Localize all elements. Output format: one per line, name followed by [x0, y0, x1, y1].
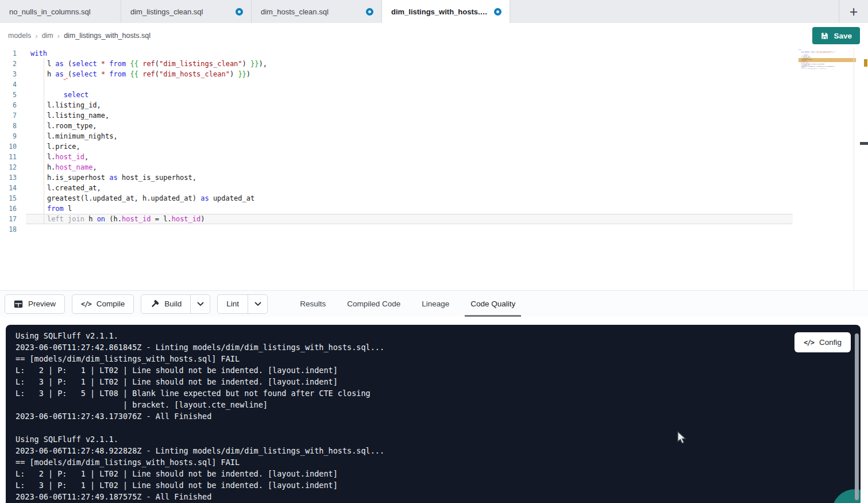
code-line[interactable]: 17 left join h on (h.host_id = l.host_id…: [0, 214, 868, 224]
panel-tab-code-quality[interactable]: Code Quality: [470, 291, 515, 317]
code-token: as: [109, 174, 117, 182]
code-token: l.created_at,: [30, 184, 101, 192]
panel-tab-compiled-code[interactable]: Compiled Code: [347, 291, 400, 317]
code-token: ): [833, 52, 834, 53]
code-text: l.room_type,: [26, 121, 793, 131]
line-number: 15: [0, 193, 26, 203]
line-number: 2: [0, 59, 26, 69]
scrollbar-position-marker: [860, 142, 868, 145]
code-line[interactable]: 9 l.minimum_nights,: [0, 131, 868, 141]
code-token: }}: [250, 60, 259, 68]
code-text: h as (select * from {{ ref("dim_hosts_cl…: [26, 69, 793, 79]
terminal-line: L: 3 | P: 1 | LT02 | Line should not be …: [16, 479, 861, 491]
breadcrumb: models›dim›dim_listings_with_hosts.sql: [8, 32, 151, 40]
code-token: l.listing_name,: [30, 112, 109, 120]
code-line[interactable]: 13 h.is_superhost as host_is_superhost,: [0, 172, 868, 183]
save-button[interactable]: Save: [812, 27, 860, 44]
code-line[interactable]: 6 l.listing_id,: [0, 100, 868, 110]
code-token: l: [30, 60, 55, 68]
code-token: as: [55, 60, 63, 68]
code-token: ref: [142, 70, 155, 78]
build-button[interactable]: Build: [141, 295, 190, 313]
code-line[interactable]: 11 l.host_id,: [0, 152, 868, 162]
line-number: 3: [0, 69, 26, 79]
code-line[interactable]: 15 greatest(l.updated_at, h.updated_at) …: [0, 193, 868, 203]
code-text: select: [26, 90, 793, 100]
code-line[interactable]: 5 select: [0, 90, 868, 100]
code-line[interactable]: 12 h.host_name,: [0, 162, 868, 172]
code-editor[interactable]: 1with2 l as (select * from {{ ref("dim_l…: [0, 48, 868, 290]
file-tab[interactable]: dim_hosts_clean.sql: [252, 0, 382, 23]
panel-tab-lineage[interactable]: Lineage: [422, 291, 449, 317]
breadcrumb-item[interactable]: models: [8, 32, 31, 40]
new-tab-button[interactable]: +: [839, 0, 868, 23]
hammer-icon: [150, 300, 159, 309]
code-line[interactable]: 18: [0, 224, 868, 235]
minimap-line: [798, 70, 856, 71]
line-number: 10: [0, 141, 26, 152]
lint-dropdown-button[interactable]: [248, 295, 267, 313]
code-token: (: [155, 60, 159, 68]
terminal-line: L: 3 | P: 5 | LT08 | Blank line expected…: [16, 387, 861, 399]
preview-button[interactable]: Preview: [5, 294, 65, 314]
terminal-output: Using SQLFluff v2.1.1.2023-06-06T11:27:4…: [6, 325, 861, 502]
code-token: "dim_listings_clean": [159, 60, 242, 68]
build-split-button: Build: [141, 294, 210, 314]
code-token: updated_at: [827, 66, 835, 67]
code-token: l.listing_id,: [30, 101, 101, 109]
code-line[interactable]: 2 l as (select * from {{ ref("dim_listin…: [0, 59, 868, 69]
minimap[interactable]: with l as (select * from {{ ref("dim_lis…: [798, 49, 856, 114]
code-line[interactable]: 4: [0, 79, 868, 90]
code-token: left join: [801, 68, 807, 70]
line-number: 13: [0, 172, 26, 183]
code-text: [26, 79, 793, 90]
breadcrumb-item[interactable]: dim: [42, 32, 53, 40]
file-tab-label: no_nulls_in_columns.sql: [9, 7, 91, 16]
code-brackets-icon: </>: [804, 339, 814, 347]
code-line[interactable]: 7 l.listing_name,: [0, 110, 868, 121]
code-token: {{: [130, 70, 138, 78]
code-line[interactable]: 3 h as (select * from {{ ref("dim_hosts_…: [0, 69, 868, 79]
code-token: ): [242, 60, 250, 68]
line-number: 17: [0, 214, 26, 224]
modified-indicator-icon[interactable]: [494, 8, 501, 16]
code-token: host_name: [55, 163, 92, 171]
code-token: ref: [142, 60, 155, 68]
build-dropdown-button[interactable]: [190, 295, 210, 313]
code-token: h.is_superhost: [30, 174, 109, 182]
lint-split-button: Lint: [217, 294, 268, 314]
terminal-scrollbar[interactable]: [855, 333, 859, 500]
file-tab[interactable]: dim_listings_with_hosts.sql: [382, 0, 510, 23]
terminal-line: Using SQLFluff v2.1.1.: [16, 433, 861, 445]
code-token: from: [109, 60, 126, 68]
code-text: with: [26, 48, 793, 59]
code-line[interactable]: 10 l.price,: [0, 141, 868, 152]
panel-tab-results[interactable]: Results: [300, 291, 326, 317]
editor-toolbar: Preview </> Compile Build Lint: [0, 290, 868, 317]
save-floppy-icon: [820, 32, 829, 40]
compile-button[interactable]: </> Compile: [72, 294, 134, 314]
code-text: l.created_at,: [26, 183, 793, 193]
config-button[interactable]: </> Config: [794, 332, 851, 352]
code-token: host_is_superhost,: [118, 174, 196, 182]
terminal-line: [16, 422, 861, 433]
file-tab[interactable]: dim_listings_clean.sql: [121, 0, 252, 23]
code-line[interactable]: 16 from l: [0, 203, 868, 214]
code-text: l as (select * from {{ ref("dim_listings…: [26, 59, 793, 69]
code-line[interactable]: 1with: [0, 48, 868, 59]
modified-indicator-icon[interactable]: [366, 8, 373, 16]
code-line[interactable]: 8 l.room_type,: [0, 121, 868, 131]
lint-button[interactable]: Lint: [218, 295, 248, 313]
modified-indicator-icon[interactable]: [236, 8, 243, 16]
line-number: 6: [0, 100, 26, 110]
code-line[interactable]: 14 l.created_at,: [0, 183, 868, 193]
terminal-line: L: 3 | P: 1 | LT02 | Line should not be …: [16, 376, 861, 387]
code-token: greatest(l.updated_at, h.updated_at): [30, 194, 200, 202]
editor-scroll-annotations[interactable]: [854, 48, 868, 290]
code-token: [97, 70, 101, 78]
code-token: [30, 205, 47, 213]
breadcrumb-item[interactable]: dim_listings_with_hosts.sql: [64, 32, 151, 40]
code-token: [97, 60, 101, 68]
file-tab[interactable]: no_nulls_in_columns.sql: [0, 0, 121, 23]
code-token: }}: [238, 70, 246, 78]
